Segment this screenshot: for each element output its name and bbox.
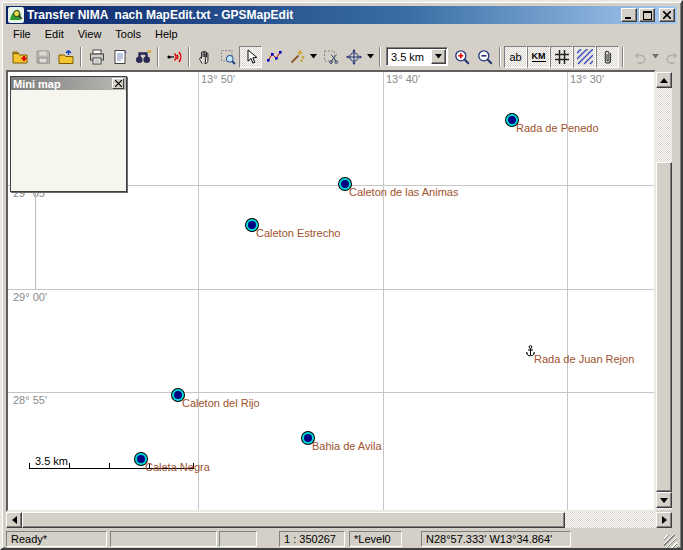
gps-antenna-icon [166,49,182,65]
toolbar-separator [379,47,381,67]
move-tool-button[interactable] [342,46,365,68]
arrow-down-icon [660,498,668,507]
properties-icon [112,49,128,65]
menu-item-file[interactable]: File [6,26,38,42]
redo-button [661,46,681,68]
grid-line-vertical [567,72,568,510]
menu-item-edit[interactable]: Edit [38,26,71,42]
move-tool-button-dropdown[interactable] [365,46,376,68]
menu-item-view[interactable]: View [71,26,109,42]
zoom-box-tool-button[interactable] [216,46,239,68]
title-bar[interactable]: Transfer NIMA nach MapEdit.txt - GPSMapE… [6,6,677,24]
status-zoom-ratio: 1 : 350267 [279,531,345,547]
polyline-icon [266,49,282,65]
hand-icon [197,49,213,65]
map-canvas[interactable]: 13° 50'13° 40'13° 30'29° 05'29° 00'28° 5… [8,72,654,510]
scale-tick [69,463,70,468]
save-map-button [31,46,54,68]
toggle-attachments-button[interactable] [596,46,619,68]
waypoint-label: Rada de Juan Rejon [534,353,634,365]
menu-bar: FileEditViewToolsHelp [6,25,677,43]
print-button[interactable] [85,46,108,68]
waypoint-label: Caleton del Rijo [182,397,260,409]
toggle-scalebar-button-label: KM [532,52,546,62]
status-coordinates: N28°57.333' W13°34.864' [421,531,571,547]
grid-line-horizontal [8,289,654,290]
trim-tool-button[interactable] [319,46,342,68]
waypoint-dot-icon [304,434,312,442]
status-panel-2 [110,531,217,547]
scroll-down-button[interactable] [656,492,672,508]
resize-grip[interactable] [664,535,677,548]
move-rotate-icon [346,49,362,65]
pan-tool-button[interactable] [193,46,216,68]
folder-plus-icon [12,49,28,65]
status-ready: Ready* [6,531,107,547]
magic-tool-button-dropdown[interactable] [308,46,319,68]
undo-button [627,46,650,68]
undo-icon [631,49,647,65]
upload-to-gps-button[interactable] [162,46,185,68]
cut-area-icon [323,49,339,65]
toolbar-separator [80,47,82,67]
waypoint-dot-icon [137,455,145,463]
scroll-right-button[interactable] [656,512,672,528]
chevron-down-icon[interactable] [431,49,446,64]
map-bounds-line [35,192,36,289]
minimap-close-button[interactable] [112,78,124,89]
close-map-button[interactable] [54,46,77,68]
scale-combobox-value: 3.5 km [387,51,431,63]
maximize-button[interactable] [639,8,655,22]
toggle-hatch-button[interactable] [573,46,596,68]
close-button[interactable] [659,8,675,22]
toolbar-separator [622,47,624,67]
grid-icon [554,49,570,65]
grid-label-latitude: 29° 00' [13,291,47,303]
grid-line-vertical [383,72,384,510]
grid-label-longitude: 13° 50' [201,73,235,85]
waypoint-dot-icon [508,116,516,124]
status-panel-3 [219,531,257,547]
select-tool-button[interactable] [239,46,262,68]
status-bar: Ready* 1 : 350267 *Level0 N28°57.333' W1… [6,530,677,548]
menu-item-help[interactable]: Help [148,26,185,42]
toggle-labels-button-label: ab [509,51,521,63]
zoom-out-button[interactable] [473,46,496,68]
open-map-button[interactable] [8,46,31,68]
scale-combobox[interactable]: 3.5 km [386,47,448,66]
menu-item-tools[interactable]: Tools [108,26,148,42]
scale-bar-label: 3.5 km [35,455,68,467]
scale-tick [29,463,30,468]
minimap-title-bar[interactable]: Mini map [11,77,126,90]
scroll-left-button[interactable] [6,512,22,528]
map-properties-button[interactable] [108,46,131,68]
grid-label-longitude: 13° 30' [570,73,604,85]
waypoint-label: Caleton de las Animas [349,186,458,198]
waypoint-dot-icon [248,221,256,229]
arrow-up-icon [660,74,668,83]
binoculars-icon [135,49,151,65]
toggle-labels-button[interactable]: ab [504,46,527,68]
toolbar-separator [499,47,501,67]
vscroll-thumb[interactable] [656,162,672,492]
hscroll-thumb[interactable] [22,512,565,528]
toggle-scalebar-button[interactable]: KM [527,46,550,68]
minimap-panel[interactable]: Mini map [10,76,127,192]
gpsmapedit-icon [8,7,24,23]
minimize-button[interactable] [621,8,637,22]
undo-button-dropdown[interactable] [650,46,661,68]
zoom-in-button[interactable] [450,46,473,68]
magic-tool-button[interactable] [285,46,308,68]
vertical-scrollbar[interactable] [656,72,672,510]
find-button[interactable] [131,46,154,68]
draw-polyline-tool-button[interactable] [262,46,285,68]
pointer-icon [243,49,259,65]
toggle-grid-button[interactable] [550,46,573,68]
scale-tick [109,463,110,468]
grid-line-vertical [198,72,199,510]
waypoint-label: Caleton Estrecho [256,227,340,239]
horizontal-scrollbar[interactable] [6,512,672,528]
grid-line-horizontal [8,392,654,393]
waypoint-dot-icon [341,180,349,188]
scroll-up-button[interactable] [656,72,672,88]
